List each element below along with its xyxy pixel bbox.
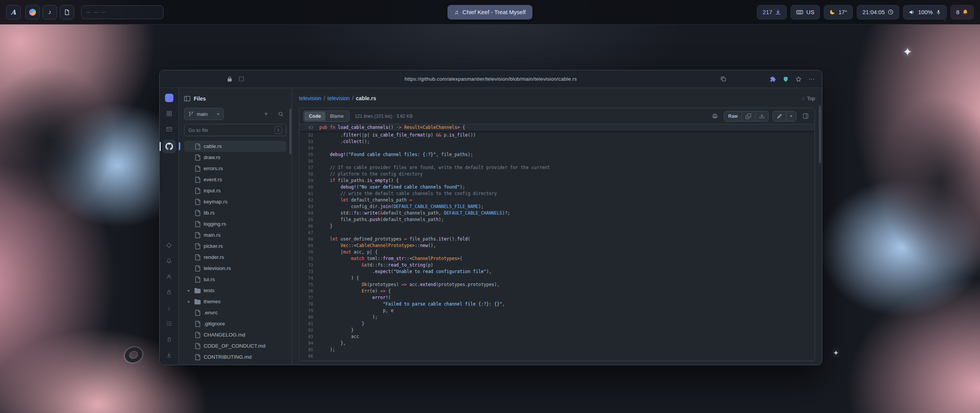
edit-button[interactable] — [773, 111, 786, 121]
volume-widget[interactable]: 100% — [903, 5, 946, 20]
line-number[interactable]: 86 — [299, 353, 319, 359]
breadcrumb-folder[interactable]: television — [327, 95, 350, 101]
tree-file-picker.rs[interactable]: picker.rs — [184, 241, 286, 252]
files-launcher-button[interactable] — [60, 5, 74, 20]
target-button[interactable] — [164, 240, 175, 250]
line-number[interactable]: 55 — [299, 151, 319, 158]
line-number[interactable]: 82 — [299, 327, 319, 333]
edit-dropdown-button[interactable]: ▾ — [786, 111, 796, 121]
line-number[interactable]: 71 — [299, 255, 319, 262]
mail-tab-button[interactable] — [164, 124, 175, 135]
line-number[interactable]: 83 — [299, 333, 319, 340]
tree-file-cable.rs[interactable]: cable.rs — [184, 141, 286, 152]
extension-puzzle-icon[interactable] — [770, 76, 776, 82]
line-number[interactable]: 70 — [299, 249, 319, 255]
line-number[interactable]: 80 — [299, 314, 319, 320]
tab-code[interactable]: Code — [304, 112, 325, 121]
panel-icon[interactable] — [184, 96, 190, 102]
line-number[interactable]: 79 — [299, 307, 319, 314]
line-number[interactable]: 68 — [299, 236, 319, 242]
line-number[interactable]: 54 — [299, 145, 319, 151]
line-number[interactable]: 76 — [299, 288, 319, 294]
line-number[interactable]: 43 — [299, 124, 319, 131]
line-number[interactable]: 78 — [299, 301, 319, 307]
tree-file-logging.rs[interactable]: logging.rs — [184, 218, 286, 229]
line-number[interactable]: 60 — [299, 184, 319, 190]
media-button[interactable]: ♪ — [164, 302, 175, 313]
line-number[interactable]: 84 — [299, 340, 319, 346]
print-button[interactable] — [709, 111, 720, 122]
launcher-button[interactable]: A — [6, 5, 21, 20]
code-scroll-area[interactable]: 43pub fn load_cable_channels() -> Result… — [299, 124, 815, 361]
bookmark-star-icon[interactable] — [795, 76, 802, 82]
sidebar-scrollbar[interactable] — [289, 109, 291, 154]
branch-selector[interactable]: main ▾ — [184, 108, 224, 120]
tree-file-television.rs[interactable]: television.rs — [184, 263, 286, 274]
apps-grid-button[interactable] — [164, 108, 175, 119]
line-number[interactable]: 57 — [299, 164, 319, 171]
tree-file-.gitignore[interactable]: .gitignore — [184, 318, 286, 329]
copy-page-icon[interactable] — [720, 76, 726, 82]
tree-file-input.rs[interactable]: input.rs — [184, 185, 286, 196]
line-number[interactable]: 77 — [299, 294, 319, 301]
window-title-box[interactable]: — — — — [81, 5, 163, 19]
line-number[interactable]: 66 — [299, 223, 319, 229]
goto-file-box[interactable]: t — [184, 124, 286, 136]
now-playing-widget[interactable]: ♫ Chief Keef - Treat Myself — [448, 5, 532, 20]
line-number[interactable]: 63 — [299, 203, 319, 210]
line-number[interactable]: 72 — [299, 262, 319, 268]
line-number[interactable]: 73 — [299, 268, 319, 275]
search-tree-button[interactable] — [275, 108, 286, 120]
tree-file-keymap.rs[interactable]: keymap.rs — [184, 196, 286, 207]
account-button[interactable] — [164, 271, 175, 282]
chevron-right-icon[interactable]: ▸ — [186, 288, 191, 293]
line-number[interactable]: 67 — [299, 229, 319, 236]
line-number[interactable]: 75 — [299, 281, 319, 288]
tree-file-event.rs[interactable]: event.rs — [184, 174, 286, 185]
line-number[interactable]: 64 — [299, 210, 319, 216]
weather-widget[interactable]: 17° — [824, 5, 853, 20]
tab-github-active[interactable] — [162, 140, 176, 153]
raw-button[interactable]: Raw — [724, 111, 742, 121]
tree-file-lib.rs[interactable]: lib.rs — [184, 207, 286, 218]
notifications-widget[interactable]: 8 — [951, 5, 974, 20]
copy-raw-button[interactable] — [742, 111, 755, 121]
menu-ellipsis-icon[interactable]: ⋯ — [808, 75, 815, 83]
extension-shield-icon[interactable] — [783, 76, 789, 82]
line-number[interactable]: 59 — [299, 177, 319, 184]
downloads-button[interactable] — [164, 350, 175, 360]
new-file-button[interactable]: + — [260, 108, 272, 120]
screenshot-icon[interactable] — [238, 76, 244, 82]
music-launcher-button[interactable]: ♪ — [42, 5, 57, 20]
tree-file-.envrc[interactable]: .envrc — [184, 307, 286, 318]
tree-file-render.rs[interactable]: render.rs — [184, 252, 286, 263]
tree-folder-themes[interactable]: ▸themes — [184, 296, 286, 307]
line-number[interactable]: 61 — [299, 190, 319, 197]
tree-file-draw.rs[interactable]: draw.rs — [184, 152, 286, 163]
download-raw-button[interactable] — [755, 111, 768, 121]
line-number[interactable]: 74 — [299, 275, 319, 281]
privacy-button[interactable] — [164, 287, 175, 298]
line-number[interactable]: 69 — [299, 242, 319, 249]
line-number[interactable]: 85 — [299, 346, 319, 353]
breadcrumb-repo[interactable]: television — [299, 95, 321, 101]
clock-widget[interactable]: 21:04:05 — [857, 5, 899, 20]
tree-file-CODE_OF_CONDUCT.md[interactable]: CODE_OF_CONDUCT.md — [184, 340, 286, 351]
browser-launcher-button[interactable] — [25, 5, 40, 20]
tree-file-main.rs[interactable]: main.rs — [184, 229, 286, 241]
tree-folder-tests[interactable]: ▸tests — [184, 285, 286, 296]
tree-file-CONTRIBUTING.md[interactable]: CONTRIBUTING.md — [184, 351, 286, 363]
page-scrollbar[interactable] — [819, 106, 821, 163]
back-to-top-link[interactable]: ↑ Top — [802, 96, 815, 101]
trash-button[interactable] — [164, 334, 175, 345]
line-number[interactable]: 81 — [299, 320, 319, 327]
tree-file-tui.rs[interactable]: tui.rs — [184, 274, 286, 285]
alerts-button[interactable] — [164, 255, 175, 266]
goto-file-input[interactable] — [188, 127, 271, 133]
line-number[interactable]: 56 — [299, 158, 319, 164]
tab-blame[interactable]: Blame — [325, 112, 348, 121]
network-widget[interactable]: 217 — [757, 5, 787, 20]
line-number[interactable]: 53 — [299, 138, 319, 145]
keyboard-layout-widget[interactable]: US — [791, 5, 820, 20]
lock-icon[interactable] — [227, 76, 232, 82]
